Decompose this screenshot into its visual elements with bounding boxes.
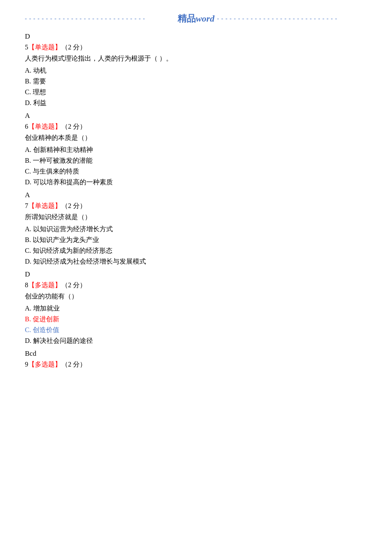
question-9-score: （2 分） <box>61 361 86 368</box>
header-dashes-left: - - - - - - - - - - - - - - - - - - - - … <box>25 15 175 22</box>
question-7-option-a: A. 以知识运营为经济增长方式 <box>25 225 367 234</box>
question-7-type: 【单选题】 <box>28 202 61 209</box>
header-title-prefix: 精品 <box>178 13 196 24</box>
question-9-header: 9【多选题】（2 分） <box>25 360 367 369</box>
question-8-option-c: C. 创造价值 <box>25 326 367 335</box>
question-5-option-a: A. 动机 <box>25 66 367 75</box>
question-9: 9【多选题】（2 分） <box>25 360 367 369</box>
question-6-option-a: A. 创新精神和主动精神 <box>25 146 367 154</box>
answer-7-value: D <box>25 270 367 279</box>
question-5-answer: D <box>25 32 367 41</box>
question-7: 7【单选题】（2 分） 所谓知识经济就是（） A. 以知识运营为经济增长方式 B… <box>25 202 367 266</box>
question-6-option-d: D. 可以培养和提高的一种素质 <box>25 178 367 187</box>
question-8-type: 【多选题】 <box>28 281 61 289</box>
question-5-option-b: B. 需要 <box>25 77 367 86</box>
answer-5-value: A <box>25 112 367 120</box>
question-6-type: 【单选题】 <box>28 123 61 130</box>
question-8-option-b: B. 促进创新 <box>25 315 367 324</box>
question-8-option-d: D. 解决社会问题的途径 <box>25 337 367 345</box>
answer-7-correct: D <box>25 270 367 279</box>
header-title-word: word <box>196 13 214 24</box>
question-7-number: 7 <box>25 202 28 209</box>
answer-6-value: A <box>25 191 367 199</box>
question-6-text: 创业精神的本质是（） <box>25 134 367 142</box>
question-5-score: （2 分） <box>61 44 86 51</box>
question-9-type: 【多选题】 <box>28 361 61 368</box>
question-6-number: 6 <box>25 123 28 130</box>
question-5-text: 人类行为模式理论指出，人类的行为根源于（ ）。 <box>25 54 367 63</box>
question-7-text: 所谓知识经济就是（） <box>25 213 367 222</box>
question-8-number: 8 <box>25 281 28 289</box>
question-7-option-d: D. 知识经济成为社会经济增长与发展模式 <box>25 257 367 266</box>
question-6-header: 6【单选题】（2 分） <box>25 122 367 131</box>
question-8-option-a: A. 增加就业 <box>25 304 367 313</box>
answer-8-value: Bcd <box>25 350 367 358</box>
question-5-option-c: C. 理想 <box>25 88 367 97</box>
question-7-option-b: B. 以知识产业为龙头产业 <box>25 236 367 244</box>
question-5: 5【单选题】（2 分） 人类行为模式理论指出，人类的行为根源于（ ）。 A. 动… <box>25 43 367 108</box>
question-5-header: 5【单选题】（2 分） <box>25 43 367 52</box>
question-8-score: （2 分） <box>61 281 86 289</box>
question-7-header: 7【单选题】（2 分） <box>25 202 367 210</box>
page-header: - - - - - - - - - - - - - - - - - - - - … <box>25 12 367 25</box>
question-6-option-b: B. 一种可被激发的潜能 <box>25 156 367 165</box>
question-6-option-c: C. 与生俱来的特质 <box>25 167 367 176</box>
question-5-option-d: D. 利益 <box>25 99 367 108</box>
question-5-type: 【单选题】 <box>28 44 61 51</box>
question-6-score: （2 分） <box>61 123 86 130</box>
question-9-number: 9 <box>25 361 28 368</box>
answer-5: D <box>25 32 367 41</box>
question-6: 6【单选题】（2 分） 创业精神的本质是（） A. 创新精神和主动精神 B. 一… <box>25 122 367 187</box>
question-8-text: 创业的功能有（） <box>25 292 367 301</box>
answer-8-correct: Bcd <box>25 350 367 358</box>
question-7-option-c: C. 知识经济成为新的经济形态 <box>25 247 367 255</box>
question-7-score: （2 分） <box>61 202 86 209</box>
question-8-header: 8【多选题】（2 分） <box>25 281 367 290</box>
question-8: 8【多选题】（2 分） 创业的功能有（） A. 增加就业 B. 促进创新 C. … <box>25 281 367 345</box>
question-5-number: 5 <box>25 44 28 51</box>
answer-5-correct: A <box>25 112 367 120</box>
answer-6-correct: A <box>25 191 367 199</box>
header-title: 精品word <box>178 12 214 25</box>
header-dashes-right: - - - - - - - - - - - - - - - - - - - - … <box>217 15 367 22</box>
